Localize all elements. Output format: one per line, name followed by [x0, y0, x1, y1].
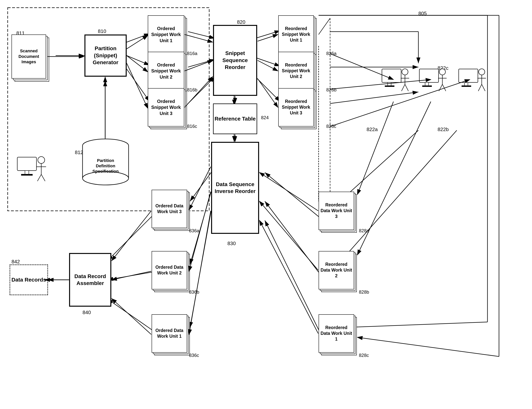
ref-805: 805 [418, 10, 427, 17]
svg-line-12 [255, 77, 280, 101]
svg-line-107 [112, 271, 151, 280]
svg-line-93 [319, 18, 330, 35]
svg-line-7 [188, 32, 215, 38]
ref-830: 830 [228, 241, 236, 246]
person-computer-icon [11, 153, 50, 188]
ref-836b: 836b [189, 289, 199, 295]
svg-line-79 [127, 55, 148, 72]
svg-point-63 [439, 69, 446, 75]
worker-person-2 [418, 63, 448, 101]
svg-rect-62 [422, 85, 432, 87]
svg-rect-53 [388, 82, 391, 86]
svg-rect-44 [17, 157, 37, 171]
svg-rect-60 [419, 69, 438, 82]
ref-836a: 836a [189, 228, 199, 233]
ordered-snippet-2-label: Ordered Snippet Work Unit 2 [150, 62, 182, 80]
svg-line-51 [41, 174, 45, 181]
ref-828a: 828a [359, 228, 369, 233]
reordered-data-3-label: Reordered Data Work Unit 3 [321, 202, 352, 219]
partition-def-cylinder: Partition Definition Specification [81, 138, 131, 188]
data-records-label: Data Records [11, 277, 46, 283]
svg-line-66 [439, 84, 442, 91]
svg-line-59 [405, 84, 408, 91]
reference-table-box: Reference Table [213, 103, 257, 134]
reference-table-label: Reference Table [215, 115, 256, 122]
svg-line-50 [38, 174, 41, 181]
svg-line-28 [265, 220, 319, 330]
ordered-data-1-label: Ordered Data Work Unit 1 [153, 328, 185, 339]
reordered-snippet-2-label: Reordered Snippet Work Unit 2 [280, 62, 312, 80]
svg-text:Specification: Specification [93, 169, 119, 174]
svg-rect-68 [459, 69, 478, 82]
svg-line-29 [190, 173, 211, 201]
svg-line-101 [259, 201, 318, 270]
svg-line-81 [185, 35, 213, 42]
svg-line-5 [127, 55, 150, 65]
ordered-data-3-label: Ordered Data Work Unit 3 [153, 203, 185, 215]
svg-line-102 [259, 220, 318, 334]
svg-line-100 [259, 173, 318, 211]
svg-line-8 [188, 59, 215, 67]
svg-point-55 [402, 69, 408, 75]
reordered-data-1-label: Reordered Data Work Unit 1 [321, 325, 352, 342]
svg-line-67 [442, 84, 446, 91]
svg-line-75 [482, 84, 485, 91]
snippet-sequence-reorder-box: Snippet Sequence Reorder [213, 25, 257, 96]
ref-826b: 826b [326, 87, 336, 92]
svg-line-25 [338, 322, 487, 328]
svg-line-99 [357, 337, 499, 356]
worker-person-1 [380, 63, 411, 101]
svg-line-84 [257, 35, 278, 41]
ref-816b: 816b [187, 87, 197, 92]
svg-line-4 [127, 34, 150, 42]
svg-line-10 [255, 31, 280, 38]
svg-rect-61 [425, 82, 428, 86]
reordered-data-2-label: Reordered Data Work Unit 2 [321, 262, 352, 279]
svg-line-78 [127, 36, 148, 49]
ref-812: 812 [75, 149, 83, 155]
ref-836c: 836c [189, 353, 199, 358]
svg-line-82 [185, 60, 213, 71]
reordered-snippet-1-label: Reordered Snippet Work Unit 1 [280, 26, 312, 43]
svg-line-106 [112, 211, 151, 261]
ref-810: 810 [98, 28, 106, 34]
svg-line-26 [265, 173, 319, 217]
svg-text:Definition: Definition [96, 164, 115, 168]
svg-rect-52 [382, 69, 401, 82]
svg-line-86 [257, 79, 278, 107]
svg-rect-70 [462, 85, 471, 87]
ordered-data-2-label: Ordered Data Work Unit 2 [153, 264, 185, 276]
svg-line-85 [257, 60, 278, 71]
ref-822b: 822b [437, 127, 449, 132]
snippet-sequence-reorder-label: Snippet Sequence Reorder [214, 50, 256, 71]
svg-line-97 [357, 101, 393, 195]
data-record-assembler-label: Data Record Assembler [70, 273, 110, 287]
reordered-snippet-3-label: Reordered Snippet Work Unit 3 [280, 99, 312, 116]
data-record-assembler-box: Data Record Assembler [69, 253, 111, 307]
ref-816c: 816c [187, 124, 197, 129]
svg-rect-46 [21, 174, 33, 176]
svg-point-47 [38, 157, 45, 164]
ordered-snippet-3-label: Ordered Snippet Work Unit 3 [150, 98, 182, 116]
svg-line-80 [127, 63, 148, 108]
ref-828b: 828b [359, 289, 369, 295]
ref-828c: 828c [359, 353, 369, 358]
svg-line-34 [107, 299, 152, 330]
ref-824: 824 [261, 115, 269, 120]
ref-826c: 826c [326, 124, 336, 129]
worker-person-3 [457, 63, 487, 101]
svg-line-74 [478, 84, 482, 91]
svg-line-27 [265, 201, 319, 272]
ref-811: 811 [16, 30, 25, 36]
svg-point-71 [479, 69, 485, 75]
ref-842: 842 [11, 259, 20, 265]
svg-text:Partition: Partition [97, 158, 114, 163]
svg-rect-45 [25, 171, 29, 174]
svg-rect-54 [385, 85, 394, 87]
scanned-document-label: Scanned Document Images [14, 48, 44, 65]
svg-line-103 [189, 167, 211, 210]
svg-line-11 [255, 57, 280, 66]
ref-816a: 816a [187, 51, 197, 56]
ref-822a: 822a [367, 127, 378, 132]
partition-generator-box: Partition (Snippet) Generator [85, 35, 127, 77]
